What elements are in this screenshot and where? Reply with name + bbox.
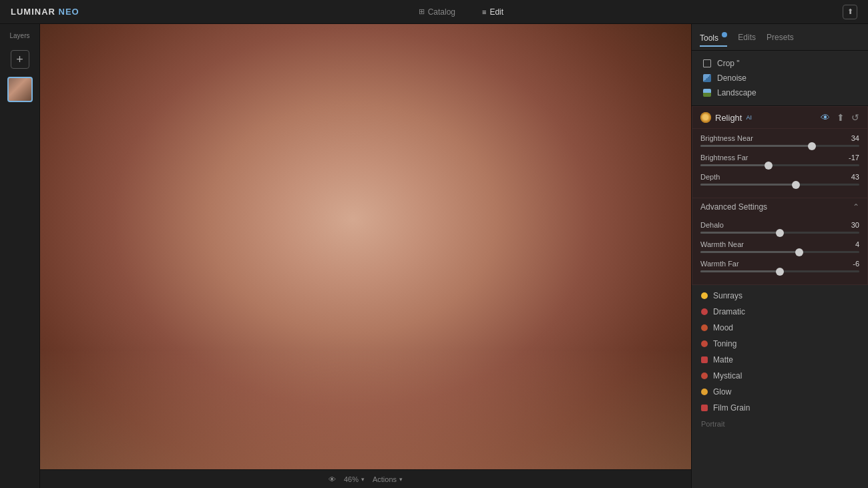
advanced-settings-header[interactable]: Advanced Settings ⌃ <box>692 198 867 216</box>
app-name: LUMINAR <box>11 7 55 17</box>
brightness-near-slider: Brightness Near 34 <box>700 134 859 147</box>
svg-point-6 <box>411 89 477 256</box>
list-item-mood[interactable]: Mood <box>692 320 868 336</box>
depth-fill <box>700 184 796 186</box>
svg-rect-7 <box>320 284 385 339</box>
relight-icon <box>700 112 711 123</box>
topbar-right: ⬆ <box>843 5 857 19</box>
denoise-label: Denoise <box>717 73 746 83</box>
warmth-far-track[interactable] <box>700 270 859 272</box>
canvas-area[interactable]: 👁 46% ▾ Actions ▾ <box>40 24 691 488</box>
canvas-image <box>40 24 691 488</box>
mood-label: Mood <box>713 323 733 332</box>
svg-point-12 <box>290 184 336 208</box>
tools-badge <box>722 32 727 37</box>
svg-point-9 <box>346 270 580 409</box>
list-item-glow[interactable]: Glow <box>692 384 868 400</box>
sunrays-label: Sunrays <box>713 291 742 300</box>
dramatic-dot <box>701 308 708 315</box>
nav-center: ⊞ Catalog ≡ Edit <box>413 5 509 19</box>
svg-rect-2 <box>594 24 691 488</box>
svg-point-11 <box>385 312 515 386</box>
dehalo-thumb[interactable] <box>776 229 784 237</box>
brightness-far-fill <box>700 164 769 166</box>
brightness-near-thumb[interactable] <box>808 142 816 150</box>
edit-icon: ≡ <box>482 8 486 16</box>
crop-tool[interactable]: Crop " <box>700 56 860 71</box>
dehalo-label: Dehalo <box>700 221 724 229</box>
list-item-matte[interactable]: Matte <box>692 352 868 368</box>
brightness-near-value: 34 <box>841 134 859 142</box>
actions-button[interactable]: Actions ▾ <box>373 475 403 483</box>
relight-title-area: Relight AI <box>700 112 752 123</box>
relight-header: Relight AI 👁 ⬆ ↺ <box>692 107 867 129</box>
landscape-tool[interactable]: Landscape <box>700 85 860 100</box>
mood-dot <box>701 324 708 331</box>
advanced-settings-chevron-icon[interactable]: ⌃ <box>853 202 859 212</box>
list-item-dramatic[interactable]: Dramatic <box>692 304 868 320</box>
brightness-far-track[interactable] <box>700 164 859 166</box>
actions-chevron-icon: ▾ <box>399 476 403 483</box>
svg-point-3 <box>236 98 470 302</box>
warmth-near-thumb[interactable] <box>795 248 803 256</box>
warmth-near-track[interactable] <box>700 251 859 253</box>
right-panel-tabs: Tools Edits Presets <box>692 24 868 51</box>
nav-edit[interactable]: ≡ Edit <box>477 5 509 19</box>
svg-point-14 <box>226 224 245 242</box>
svg-point-10 <box>405 279 561 372</box>
brightness-far-label: Brightness Far <box>700 154 748 162</box>
portrait-svg <box>40 24 691 488</box>
visibility-icon[interactable]: 👁 <box>821 112 830 123</box>
mystical-label: Mystical <box>713 371 742 381</box>
app-neo: NEO <box>59 7 79 17</box>
list-item-mystical[interactable]: Mystical <box>692 368 868 384</box>
list-item-sunrays[interactable]: Sunrays <box>692 288 868 304</box>
warmth-far-thumb[interactable] <box>776 268 784 276</box>
advanced-settings-title: Advanced Settings <box>700 202 767 212</box>
landscape-label: Landscape <box>717 88 756 97</box>
list-item-film-grain[interactable]: Film Grain <box>692 400 868 416</box>
mystical-dot <box>701 373 708 379</box>
brightness-far-thumb[interactable] <box>765 162 773 170</box>
actions-label: Actions <box>373 475 397 483</box>
advanced-sliders: Dehalo 30 Warmth Near 4 <box>692 216 867 284</box>
ai-badge: AI <box>746 114 752 121</box>
tab-presets-label: Presets <box>767 33 794 42</box>
add-layer-button[interactable]: + <box>11 50 29 69</box>
nav-catalog[interactable]: ⊞ Catalog <box>413 5 461 19</box>
depth-thumb[interactable] <box>792 181 800 189</box>
svg-rect-0 <box>40 24 691 488</box>
dehalo-slider: Dehalo 30 <box>700 221 859 234</box>
tab-tools[interactable]: Tools <box>700 29 727 45</box>
warmth-near-slider: Warmth Near 4 <box>700 240 859 253</box>
layers-label: Layers <box>9 32 29 39</box>
depth-value: 43 <box>841 173 859 181</box>
depth-track[interactable] <box>700 184 859 186</box>
dehalo-track[interactable] <box>700 232 859 234</box>
film-grain-dot <box>701 405 708 411</box>
svg-point-17 <box>703 115 708 120</box>
logo-text: LUMINAR NEO <box>11 7 79 17</box>
edit-label: Edit <box>489 7 503 17</box>
tab-edits[interactable]: Edits <box>738 30 756 45</box>
bookmark-icon[interactable]: ⬆ <box>837 112 845 123</box>
zoom-control[interactable]: 46% ▾ <box>344 475 365 483</box>
tab-presets[interactable]: Presets <box>767 30 794 45</box>
brightness-near-track[interactable] <box>700 145 859 147</box>
layer-thumbnail[interactable] <box>7 77 33 102</box>
dramatic-label: Dramatic <box>713 307 745 316</box>
share-button[interactable]: ⬆ <box>843 5 857 19</box>
visibility-toggle[interactable]: 👁 <box>329 475 336 483</box>
main-content: Layers + <box>0 24 868 488</box>
warmth-near-fill <box>700 251 799 253</box>
brightness-near-fill <box>700 145 812 147</box>
reset-icon[interactable]: ↺ <box>851 112 859 123</box>
depth-slider: Depth 43 <box>700 173 859 186</box>
portrait-section-header: Portrait <box>692 416 868 429</box>
denoise-tool[interactable]: Denoise <box>700 71 860 85</box>
list-item-toning[interactable]: Toning <box>692 336 868 352</box>
film-grain-label: Film Grain <box>713 403 750 413</box>
landscape-icon <box>702 88 712 97</box>
matte-dot <box>701 356 708 363</box>
svg-point-4 <box>222 61 483 192</box>
